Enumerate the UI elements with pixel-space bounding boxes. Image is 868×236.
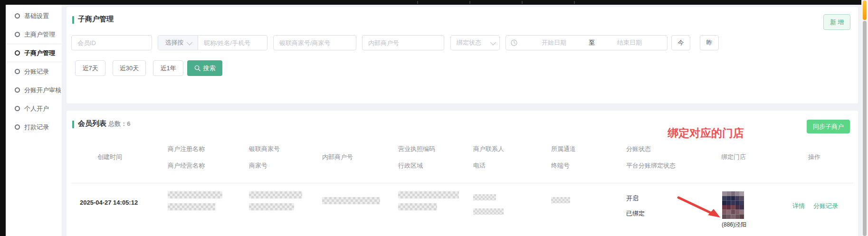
cell-split-status: 开启 — [626, 194, 639, 203]
redacted-contact — [473, 194, 496, 200]
total-count-label: 总数：6 — [108, 120, 130, 127]
detail-link[interactable]: 详情 — [792, 202, 805, 210]
left-edge-strip — [0, 0, 6, 236]
list-title-text: 会员列表 — [78, 119, 106, 127]
radio-circle-icon — [15, 87, 20, 93]
redacted-license-no — [398, 191, 459, 198]
end-date-placeholder: 结束日期 — [597, 38, 662, 47]
cell-created-at: 2025-04-27 14:05:12 — [80, 199, 138, 206]
sidebar-item-basic-settings[interactable]: 基础设置 — [6, 7, 62, 25]
unionpay-no-field — [273, 35, 356, 50]
col-header-unionpay-no: 银联商家号 — [249, 145, 280, 153]
col-header-phone: 电话 — [473, 161, 486, 170]
sidebar: 基础设置 主商户管理 子商户管理 分账记录 分账开户审核 个人开户 打款记录 — [6, 5, 62, 236]
date-range-picker[interactable]: 开始日期 至 结束日期 — [506, 35, 668, 50]
col-header-biz-name: 商户经营名称 — [168, 161, 205, 170]
page-title: 子商户管理 — [78, 15, 114, 24]
section-accent-bar — [72, 16, 74, 24]
chevron-down-icon — [490, 39, 496, 45]
clock-icon — [511, 39, 517, 46]
col-header-merchant-no: 商家号 — [249, 161, 267, 170]
scrollbar-thumb[interactable] — [863, 21, 867, 236]
today-button[interactable]: 今 — [671, 35, 690, 50]
last-30-days-button[interactable]: 近30天 — [113, 60, 146, 76]
col-header-region: 行政区域 — [398, 161, 423, 170]
split-records-link[interactable]: 分账记录 — [813, 202, 838, 210]
last-1-year-button[interactable]: 近1年 — [153, 60, 183, 76]
col-header-channel: 所属通道 — [551, 145, 576, 153]
radio-circle-icon — [15, 124, 20, 130]
select-by-label: 选择按 — [165, 38, 184, 47]
sidebar-item-split-account-review[interactable]: 分账开户审核 — [6, 81, 62, 99]
sidebar-item-label: 分账记录 — [24, 67, 49, 76]
redacted-channel — [551, 197, 570, 203]
unionpay-no-input[interactable] — [273, 35, 356, 50]
sidebar-item-label: 分账开户审核 — [24, 86, 61, 94]
col-header-reg-name: 商户注册名称 — [168, 145, 205, 153]
topbar-separator — [417, 1, 418, 4]
table-header-divider — [71, 183, 853, 183]
internal-no-input[interactable] — [362, 35, 444, 50]
list-title: 会员列表 总数：6 — [78, 119, 130, 128]
section-accent-bar — [72, 121, 74, 128]
redacted-internal-no — [322, 197, 380, 204]
scrollbar-track[interactable] — [861, 0, 868, 236]
cell-store-name: (886)泾阳 — [715, 221, 753, 229]
yesterday-button[interactable]: 昨 — [700, 35, 719, 50]
search-button-label: 搜索 — [203, 64, 216, 73]
browser-top-bar — [0, 0, 868, 5]
store-thumbnail[interactable] — [722, 191, 744, 219]
redacted-biz-name — [168, 203, 215, 210]
col-header-license-no: 营业执照编码 — [398, 145, 435, 153]
redacted-region — [398, 203, 437, 210]
cell-platform-bind-status: 已绑定 — [626, 209, 645, 218]
search-by-group: 选择按 — [158, 35, 267, 50]
sidebar-item-main-merchant[interactable]: 主商户管理 — [6, 25, 62, 44]
filter-card: 子商户管理 新 增 选择按 绑定状态 — [67, 7, 858, 104]
add-button[interactable]: 新 增 — [823, 14, 850, 30]
sidebar-item-personal-account[interactable]: 个人开户 — [6, 99, 62, 118]
red-annotation-text: 绑定对应的门店 — [668, 126, 744, 141]
member-id-input[interactable] — [71, 35, 152, 50]
sidebar-item-label: 子商户管理 — [24, 49, 55, 57]
sidebar-item-label: 打款记录 — [24, 123, 49, 132]
scroll-position-orange-marker — [863, 0, 867, 20]
radio-circle-icon — [15, 69, 20, 74]
redacted-reg-name — [168, 191, 222, 198]
col-header-action: 操作 — [808, 153, 820, 161]
start-date-placeholder: 开始日期 — [521, 38, 587, 47]
sidebar-item-payment-records[interactable]: 打款记录 — [6, 118, 62, 136]
topbar-separator — [574, 1, 575, 4]
member-id-field — [71, 35, 152, 50]
nickname-input[interactable] — [198, 36, 267, 50]
sidebar-item-label: 主商户管理 — [24, 30, 55, 39]
col-header-split-status: 分账状态 — [626, 145, 651, 153]
sidebar-item-sub-merchant[interactable]: 子商户管理 — [6, 44, 62, 62]
col-header-store: 绑定门店 — [721, 153, 746, 161]
bind-status-placeholder: 绑定状态 — [457, 38, 481, 47]
last-7-days-button[interactable]: 近7天 — [75, 60, 105, 76]
redacted-phone — [473, 208, 504, 215]
select-by-dropdown[interactable]: 选择按 — [158, 36, 198, 50]
search-icon — [194, 65, 200, 71]
radio-circle-icon — [15, 13, 20, 19]
chevron-down-icon — [186, 39, 192, 45]
date-range-to-label: 至 — [587, 38, 597, 47]
col-header-terminal: 终端号 — [551, 161, 570, 170]
app-screen: 基础设置 主商户管理 子商户管理 分账记录 分账开户审核 个人开户 打款记录 — [0, 0, 868, 236]
radio-circle-icon — [15, 32, 20, 37]
search-button[interactable]: 搜索 — [187, 60, 222, 76]
col-header-created: 创建时间 — [97, 153, 122, 161]
radio-circle-icon — [15, 106, 20, 111]
redacted-unionpay-no — [249, 191, 302, 198]
topbar-separator — [522, 1, 523, 4]
sidebar-item-label: 基础设置 — [24, 12, 49, 20]
redacted-merchant-no — [249, 203, 294, 210]
col-header-platform-bind: 平台分账绑定状态 — [626, 161, 676, 170]
sidebar-item-split-records[interactable]: 分账记录 — [6, 62, 62, 81]
sync-sub-merchant-button[interactable]: 同步子商户 — [807, 120, 850, 133]
topbar-separator — [469, 1, 470, 4]
col-header-contact: 商户联系人 — [473, 145, 504, 153]
internal-no-field — [362, 35, 444, 50]
bind-status-dropdown[interactable]: 绑定状态 — [450, 35, 500, 50]
